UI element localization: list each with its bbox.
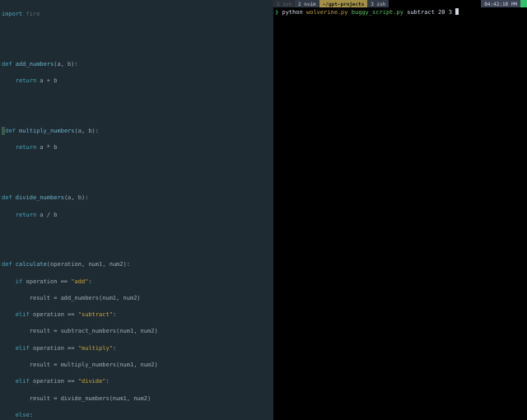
code-token: (a, b): bbox=[64, 194, 89, 201]
terminal-command-line[interactable]: ❯ python wolverine.py buggy_script.py su… bbox=[273, 7, 527, 16]
tmux-tabbar[interactable]: 1 zsh 2 nvim ~/gpt-projects 3 zsh 04:42:… bbox=[273, 0, 527, 7]
code-token: result = add_numbers(num1, num2) bbox=[2, 295, 141, 301]
code-token: (operation, num1, num2): bbox=[47, 261, 130, 268]
code-token: : bbox=[30, 412, 33, 418]
code-token: elif bbox=[2, 378, 30, 385]
term-token: subtract 20 3 bbox=[407, 9, 452, 16]
code-token: result = multiply_numbers(num1, num2) bbox=[2, 362, 158, 368]
code-token: : bbox=[113, 345, 116, 352]
code-token: if bbox=[2, 278, 22, 285]
code-token: divide_numbers bbox=[12, 194, 64, 201]
code-token: a + b bbox=[36, 77, 57, 84]
clock: 04:42:18 PM bbox=[481, 0, 520, 7]
code-token: calculate bbox=[12, 261, 47, 268]
code-token: operation == bbox=[22, 278, 71, 285]
code-token: "add" bbox=[71, 278, 88, 285]
code-token: operation == bbox=[30, 378, 78, 385]
terminal-cursor bbox=[455, 8, 459, 15]
code-token: return bbox=[2, 212, 36, 218]
prompt-icon: ❯ bbox=[275, 9, 278, 16]
code-token: : bbox=[105, 378, 109, 385]
code-token: fire bbox=[22, 11, 40, 17]
code-token: result = subtract_numbers(num1, num2) bbox=[2, 328, 158, 334]
terminal-pane[interactable]: 1 zsh 2 nvim ~/gpt-projects 3 zsh 04:42:… bbox=[273, 0, 527, 420]
tmux-tab-1[interactable]: 1 zsh bbox=[273, 0, 295, 7]
code-token: elif bbox=[2, 345, 30, 352]
split-screen: import fire def add_numbers(a, b): retur… bbox=[0, 0, 527, 420]
code-token: a / b bbox=[36, 212, 57, 218]
code-token: def bbox=[2, 194, 12, 201]
term-token: buggy_script.py bbox=[352, 9, 403, 16]
term-token: python bbox=[282, 9, 302, 16]
code-token: return bbox=[2, 77, 36, 84]
code-token: def bbox=[2, 61, 12, 68]
code-token: : bbox=[88, 278, 91, 285]
code-token: def bbox=[2, 261, 12, 268]
tabbar-spacer bbox=[389, 0, 481, 7]
code-token: elif bbox=[2, 311, 30, 318]
code-token: a * b bbox=[36, 144, 57, 151]
code-token: def bbox=[5, 128, 16, 134]
code-token: "multiply" bbox=[78, 345, 113, 352]
tmux-tab-active[interactable]: ~/gpt-projects bbox=[319, 0, 368, 7]
code-token: import bbox=[2, 11, 22, 17]
tmux-tab-3[interactable]: 3 zsh bbox=[367, 0, 389, 7]
battery-icon: 0 bbox=[520, 0, 527, 7]
code-token: return bbox=[2, 144, 36, 151]
code-token: : bbox=[113, 311, 116, 318]
code-token: operation == bbox=[30, 311, 78, 318]
code-token: operation == bbox=[30, 345, 78, 352]
tmux-tab-2[interactable]: 2 nvim bbox=[295, 0, 319, 7]
code-token: (a, b): bbox=[75, 128, 100, 134]
code-token: "subtract" bbox=[78, 311, 113, 318]
code-area[interactable]: import fire def add_numbers(a, b): retur… bbox=[0, 0, 273, 420]
code-token: (a, b): bbox=[54, 61, 78, 68]
code-token: result = divide_numbers(num1, num2) bbox=[2, 395, 151, 402]
code-token: multiply_numbers bbox=[16, 128, 75, 134]
term-token: wolverine.py bbox=[306, 9, 348, 16]
code-token: add_numbers bbox=[12, 61, 54, 68]
code-token: else bbox=[2, 412, 30, 418]
editor-pane[interactable]: import fire def add_numbers(a, b): retur… bbox=[0, 0, 273, 420]
code-token: "divide" bbox=[78, 378, 106, 385]
